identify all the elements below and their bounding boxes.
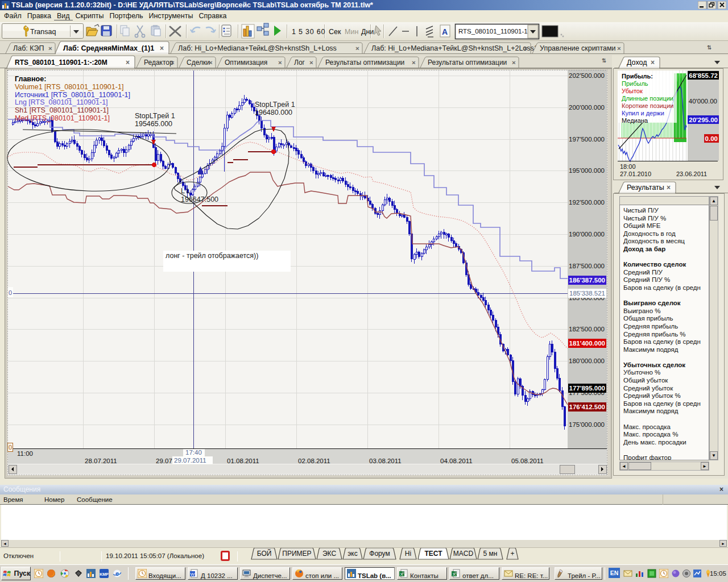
svg-text:×: × xyxy=(512,59,516,66)
svg-text:Результаты оптимизации: Результаты оптимизации xyxy=(325,59,404,66)
svg-text:05.08.2011: 05.08.2011 xyxy=(511,458,544,464)
svg-text:Результаты оптимизации: Результаты оптимизации xyxy=(428,59,507,66)
svg-text:ПРИМЕР: ПРИМЕР xyxy=(282,550,311,558)
svg-text:Доход: Доход xyxy=(627,59,647,66)
svg-text:1 5 30 60: 1 5 30 60 xyxy=(292,28,325,36)
svg-text:196647.500: 196647.500 xyxy=(181,196,218,203)
svg-text:ТЕСТ: ТЕСТ xyxy=(424,550,442,558)
svg-text:182'500.000: 182'500.000 xyxy=(569,326,605,332)
svg-text:5 мн: 5 мн xyxy=(483,550,498,558)
svg-text:×: × xyxy=(126,59,130,66)
svg-text:195'000.000: 195'000.000 xyxy=(569,167,605,174)
svg-text:StopLTрей 1: StopLTрей 1 xyxy=(135,112,175,120)
svg-text:175'000.000: 175'000.000 xyxy=(569,421,605,428)
svg-text:Lng [RTS_080101_110901-1]: Lng [RTS_080101_110901-1] xyxy=(15,98,108,106)
svg-text:Сделки: Сделки xyxy=(187,59,210,66)
svg-text:W: W xyxy=(191,572,195,577)
svg-text:лонг - трейл отображается)): лонг - трейл отображается)) xyxy=(166,252,258,260)
svg-text:180'000.000: 180'000.000 xyxy=(569,357,605,364)
svg-text:192'500.000: 192'500.000 xyxy=(569,199,605,206)
svg-text:×: × xyxy=(524,45,528,52)
svg-text:186'387.500: 186'387.500 xyxy=(569,277,606,284)
svg-text:17:40: 17:40 xyxy=(185,449,202,456)
svg-text:×: × xyxy=(412,59,416,66)
svg-text:Hi: Hi xyxy=(405,550,411,558)
svg-text:200'000.000: 200'000.000 xyxy=(569,104,605,111)
svg-text:01.08.2011: 01.08.2011 xyxy=(227,458,259,464)
svg-text:KMP: KMP xyxy=(100,572,109,576)
svg-text:Форум: Форум xyxy=(369,550,390,558)
svg-text:БОЙ: БОЙ xyxy=(257,549,272,558)
svg-text:29.07.: 29.07. xyxy=(156,458,174,464)
svg-text:Сек: Сек xyxy=(329,28,341,36)
svg-text:StopLTрей 1: StopLTрей 1 xyxy=(255,101,295,109)
svg-text:×: × xyxy=(278,59,282,66)
svg-text:196480.000: 196480.000 xyxy=(255,109,292,117)
svg-text:Лаб: Hi_Lo+Mediana+ТейкL@Sh+kn: Лаб: Hi_Lo+Mediana+ТейкL@Sh+knstSh_L+2Lo… xyxy=(371,44,538,52)
svg-text:×: × xyxy=(171,59,175,66)
svg-text:×: × xyxy=(209,59,213,66)
svg-text:×: × xyxy=(355,45,359,52)
svg-text:202'500.000: 202'500.000 xyxy=(569,72,605,79)
svg-text:176'412.500: 176'412.500 xyxy=(569,404,606,410)
svg-text:195465.000: 195465.000 xyxy=(135,120,172,128)
svg-text:181'400.000: 181'400.000 xyxy=(569,340,606,347)
svg-text:×: × xyxy=(48,45,52,52)
svg-text:Результаты: Результаты xyxy=(627,184,664,192)
svg-text:×: × xyxy=(617,45,621,52)
svg-text:Volume1 [RTS_080101_110901-1]: Volume1 [RTS_080101_110901-1] xyxy=(15,83,123,91)
svg-text:Лаб: Hi_Lo+Mediana+ТейкL@Sh+kn: Лаб: Hi_Lo+Mediana+ТейкL@Sh+knstSh_L+Los… xyxy=(178,44,337,52)
svg-text:Мин: Мин xyxy=(345,28,358,36)
svg-text:197'500.000: 197'500.000 xyxy=(569,136,605,143)
svg-text:×: × xyxy=(651,59,655,66)
svg-text:Оптимизация: Оптимизация xyxy=(225,59,267,66)
svg-text:e: e xyxy=(115,570,119,577)
svg-text:28.07.2011: 28.07.2011 xyxy=(85,458,117,464)
svg-text:×: × xyxy=(160,44,164,52)
svg-text:Главное:: Главное: xyxy=(15,75,46,83)
svg-text:A: A xyxy=(442,27,448,36)
svg-text:Med [RTS_080101_110901-1]: Med [RTS_080101_110901-1] xyxy=(15,114,110,122)
svg-text:Источник1 [RTS_080101_110901-1: Источник1 [RTS_080101_110901-1] xyxy=(15,91,130,99)
svg-text:Лог: Лог xyxy=(294,59,305,66)
svg-text:02.08.2011: 02.08.2011 xyxy=(298,458,330,464)
svg-text:04.08.2011: 04.08.2011 xyxy=(440,458,473,464)
svg-text:187'500.000: 187'500.000 xyxy=(569,263,605,269)
svg-text:Редактор: Редактор xyxy=(144,59,173,66)
svg-text:11:00: 11:00 xyxy=(17,450,33,457)
svg-text:Дни: Дни xyxy=(361,28,374,36)
svg-text:RTS_080101_110901-1:-:20M: RTS_080101_110901-1:-:20M xyxy=(15,59,107,66)
svg-text:L L: L L xyxy=(181,187,191,195)
svg-text:экс: экс xyxy=(348,550,358,558)
svg-text:Transaq: Transaq xyxy=(30,28,56,36)
svg-text:Sh1 [RTS_080101_110901-1]: Sh1 [RTS_080101_110901-1] xyxy=(15,106,109,114)
svg-text:RTS_080101_110901-1:-: RTS_080101_110901-1:- xyxy=(458,28,532,35)
svg-text:29.07.2011: 29.07.2011 xyxy=(174,457,206,464)
svg-text:MACD: MACD xyxy=(453,550,474,558)
svg-text:03.08.2011: 03.08.2011 xyxy=(369,458,402,464)
svg-text:Управление скриптами: Управление скриптами xyxy=(540,44,616,52)
svg-text:185'338.521: 185'338.521 xyxy=(569,290,605,297)
svg-text:177'895.000: 177'895.000 xyxy=(569,385,606,392)
svg-text:ЭКС: ЭКС xyxy=(322,550,336,558)
svg-text:Лаб: СредняяMinMax_(1)1: Лаб: СредняяMinMax_(1)1 xyxy=(63,44,154,52)
svg-text:×: × xyxy=(309,59,313,66)
svg-text:0: 0 xyxy=(9,444,12,451)
svg-text:0: 0 xyxy=(9,289,12,296)
svg-text:Лаб: КЭП: Лаб: КЭП xyxy=(13,44,44,52)
svg-text:×: × xyxy=(667,184,671,192)
svg-text:190'000.000: 190'000.000 xyxy=(569,231,605,238)
svg-text:+: + xyxy=(510,550,514,558)
